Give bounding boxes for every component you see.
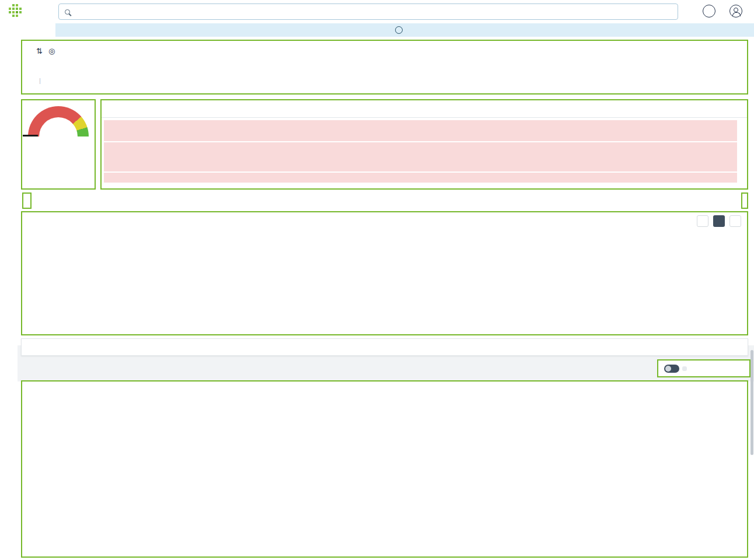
trend-chart [104, 120, 737, 192]
findings-tabs [22, 192, 32, 209]
collibra-logo[interactable] [8, 4, 27, 18]
help-icon[interactable] [703, 5, 715, 18]
rows-band [104, 173, 737, 183]
prev-page-button[interactable] [697, 215, 708, 227]
top-bar [0, 0, 754, 23]
trend-chart-card [100, 99, 748, 190]
score-band [104, 120, 737, 141]
chart-x-axis [104, 184, 737, 192]
dataset-header-card: ⇅ ◎ | [21, 40, 748, 94]
findings-band [104, 142, 737, 172]
update-masking-button[interactable] [682, 366, 687, 371]
next-page-button[interactable] [729, 215, 741, 227]
findings-tabs-row [21, 192, 748, 209]
whitespace-toggle[interactable] [664, 365, 679, 373]
beta-banner [55, 23, 754, 37]
pagination [22, 212, 747, 230]
sync-icon[interactable]: ⇅ [36, 47, 43, 55]
current-page-button[interactable] [713, 215, 725, 227]
profile-panel [21, 380, 748, 558]
gauge-needle [23, 135, 38, 136]
eye-icon[interactable]: ◎ [48, 47, 55, 55]
collapsed-rule-card [21, 338, 748, 356]
left-sidebar [0, 23, 18, 560]
masking-controls [657, 359, 750, 377]
user-avatar-icon[interactable] [729, 5, 742, 18]
search-box[interactable] [58, 4, 678, 20]
search-icon [65, 9, 70, 15]
separator: | [39, 77, 41, 84]
search-input[interactable] [75, 8, 672, 16]
collibra-logo-icon [8, 4, 22, 18]
rules-panel [21, 211, 748, 335]
info-icon [395, 26, 403, 34]
score-gauge [28, 106, 89, 136]
scrollbar[interactable] [750, 350, 753, 455]
utility-tabs [741, 192, 748, 209]
score-gauge-card [21, 99, 96, 190]
